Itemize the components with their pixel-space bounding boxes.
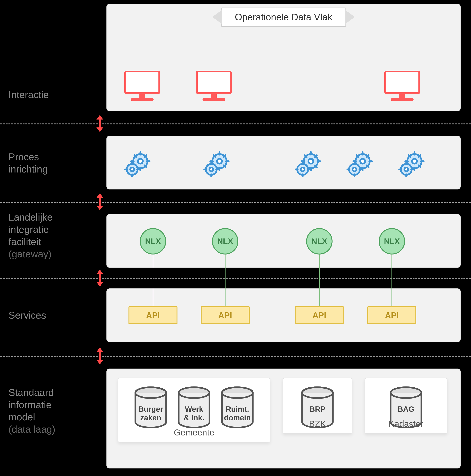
divider-1 (0, 123, 471, 124)
label-services: Services (8, 309, 46, 322)
db-label: BRP (309, 405, 325, 413)
divider-3 (0, 278, 471, 279)
api-label: API (146, 311, 160, 320)
label-gateway: Landelijke integratie faciliteit (gatewa… (8, 211, 52, 260)
nlx-connector (319, 255, 320, 313)
nlx-connector (391, 255, 392, 313)
api-box: API (129, 306, 178, 324)
monitor-icon (196, 71, 232, 103)
nlx-node: NLX (306, 228, 333, 255)
gears-icon (294, 151, 321, 178)
db-item: BRP (300, 386, 335, 413)
nlx-connector (225, 255, 226, 313)
arrow-icon (97, 269, 101, 288)
api-box: API (295, 306, 344, 324)
api-label: API (312, 311, 326, 320)
divider-4 (0, 356, 471, 357)
divider-2 (0, 202, 471, 203)
db-item: Ruimt. domein (219, 386, 255, 422)
gears-icon (346, 151, 373, 178)
nlx-node: NLX (212, 228, 238, 255)
card-gemeente: Burger zaken Werk & Ink. Ruimt. domein G… (118, 378, 270, 442)
label-gateway-sub: (gateway) (8, 248, 51, 259)
api-box: API (367, 306, 416, 324)
card-title: Kadaster (389, 419, 423, 429)
card-title: Gemeente (174, 427, 214, 438)
gears-icon (398, 151, 425, 178)
gears-icon (123, 151, 151, 178)
api-label: API (385, 311, 399, 320)
banner-title: Operationele Data Vlak (221, 8, 346, 27)
nlx-connector (153, 255, 153, 313)
db-label: Ruimt. domein (224, 405, 251, 422)
monitor-icon (384, 71, 420, 103)
nlx-node: NLX (379, 228, 405, 255)
db-label: Burger zaken (138, 405, 163, 422)
arrow-icon (97, 192, 101, 211)
label-gateway-main: Landelijke integratie faciliteit (8, 212, 52, 247)
monitor-icon (124, 71, 160, 103)
nlx-label: NLX (217, 237, 233, 246)
label-data: Standaard informatie model (data laag) (8, 387, 55, 435)
db-item: Burger zaken (133, 386, 169, 422)
db-label: Werk & Ink. (184, 405, 204, 422)
nlx-label: NLX (311, 237, 327, 246)
api-box: API (201, 306, 250, 324)
db-item: BAG (388, 386, 424, 413)
nlx-label: NLX (145, 237, 161, 246)
banner-ribbon: Operationele Data Vlak (221, 8, 346, 27)
label-proces: Proces inrichting (8, 151, 48, 175)
card-kadaster: BAG Kadaster (365, 378, 447, 434)
nlx-node: NLX (140, 228, 166, 255)
label-interactie: Interactie (8, 89, 49, 101)
nlx-label: NLX (384, 237, 400, 246)
db-item: Werk & Ink. (176, 386, 212, 422)
label-data-main: Standaard informatie model (8, 387, 54, 423)
gears-icon (203, 151, 230, 178)
card-title: BZK (309, 419, 326, 429)
db-label: BAG (398, 405, 414, 413)
arrow-icon (97, 346, 101, 365)
api-label: API (218, 311, 232, 320)
label-data-sub: (data laag) (8, 424, 55, 435)
arrow-icon (97, 114, 101, 133)
card-bzk: BRP BZK (283, 378, 352, 434)
